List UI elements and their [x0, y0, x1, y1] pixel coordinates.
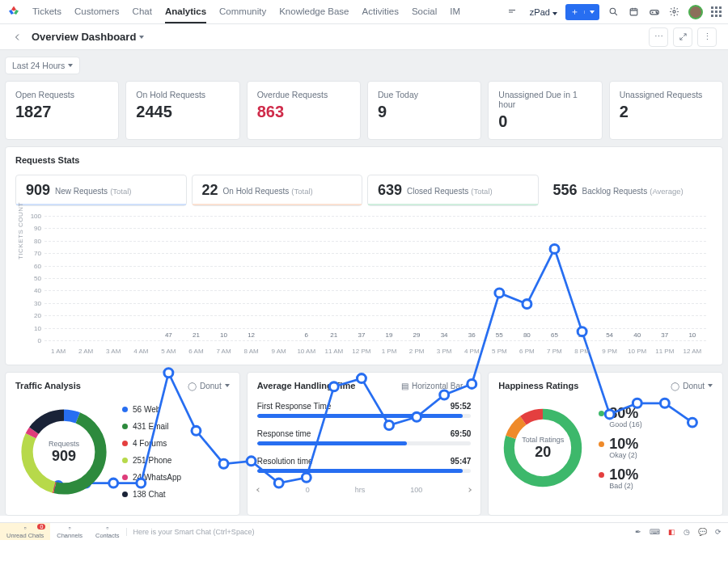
- kpi-card[interactable]: Overdue Requests863: [247, 81, 361, 140]
- bar-slot: [72, 216, 99, 340]
- legend-item[interactable]: 251 Phone: [122, 456, 181, 465]
- happiness-item: 10%Bad (2): [599, 467, 642, 490]
- tenant-switcher[interactable]: zPad: [530, 7, 557, 17]
- nav-tab-customers[interactable]: Customers: [74, 1, 120, 23]
- kpi-row: Open Requests1827On Hold Requests2445Ove…: [5, 81, 723, 140]
- more-tabs-icon[interactable]: [506, 6, 518, 18]
- keyboard-icon[interactable]: ⌨: [650, 528, 660, 536]
- bar-slot: 21: [320, 216, 348, 340]
- stats-segment[interactable]: 909New Requests (Total): [15, 175, 187, 206]
- bottom-tab-unread-chats[interactable]: 0▫Unread Chats: [0, 523, 50, 540]
- legend-item[interactable]: 4 Forums: [122, 439, 181, 448]
- kpi-label: Open Requests: [15, 90, 108, 99]
- kpi-card[interactable]: On Hold Requests2445: [125, 81, 239, 140]
- kpi-card[interactable]: Unassigned Requests2: [609, 81, 723, 140]
- bottom-tab-contacts[interactable]: ▫Contacts: [89, 523, 126, 540]
- nav-tab-im[interactable]: IM: [450, 1, 460, 23]
- handling-row: Response time69:50: [257, 429, 472, 445]
- chat-icon[interactable]: 💬: [698, 528, 707, 536]
- traffic-analysis-panel: Traffic Analysis ◯Donut Requests909 56 W…: [5, 372, 240, 516]
- content-area: Last 24 Hours Open Requests1827On Hold R…: [0, 50, 728, 516]
- bar-slot: 37: [651, 216, 679, 340]
- kpi-label: Unassigned Requests: [620, 90, 713, 99]
- smart-chat-input[interactable]: Here is your Smart Chat (Ctrl+Space): [126, 528, 629, 536]
- page-header: Overview Dashboard ⋯ ⋮: [0, 24, 728, 50]
- nav-tab-tickets[interactable]: Tickets: [32, 1, 61, 23]
- nav-tab-social[interactable]: Social: [412, 1, 437, 23]
- bar-slot: 65: [540, 216, 568, 340]
- nav-tab-knowledge-base[interactable]: Knowledge Base: [279, 1, 349, 23]
- stats-segment[interactable]: 22On Hold Requests (Total): [192, 175, 363, 206]
- expand-icon[interactable]: [673, 27, 692, 47]
- kpi-label: Due Today: [378, 90, 471, 99]
- bookmark-icon[interactable]: ◧: [668, 528, 675, 536]
- traffic-legend: 56 Web431 Email4 Forums251 Phone24 Whats…: [122, 405, 181, 499]
- handling-chart-type[interactable]: ▤Horizontal Bar: [401, 382, 471, 390]
- bar-slot: 10: [679, 216, 706, 340]
- kpi-value: 2445: [136, 103, 229, 121]
- svg-rect-1: [630, 9, 637, 15]
- bar-slot: [265, 216, 293, 340]
- top-navbar: TicketsCustomersChatAnalyticsCommunityKn…: [0, 0, 728, 24]
- bar-slot: [44, 216, 72, 340]
- refresh-icon[interactable]: ⟳: [715, 528, 722, 536]
- donut-icon: ◯: [188, 382, 197, 390]
- history-icon[interactable]: ◷: [684, 528, 690, 536]
- calendar-icon[interactable]: [628, 6, 640, 18]
- happiness-chart-type[interactable]: ◯Donut: [671, 382, 713, 390]
- legend-item[interactable]: 431 Email: [122, 422, 181, 431]
- apps-grid-icon[interactable]: [711, 6, 722, 17]
- bottom-tab-channels[interactable]: ▫Channels: [50, 523, 89, 540]
- bar-slot: 20: [568, 216, 595, 340]
- signature-icon[interactable]: ✒: [635, 528, 641, 536]
- scale-left-icon[interactable]: [256, 487, 261, 492]
- nav-tabs: TicketsCustomersChatAnalyticsCommunityKn…: [32, 1, 495, 23]
- requests-chart: TICKETS COUNT 0102030405060708090100 472…: [15, 211, 713, 357]
- gear-icon[interactable]: [668, 6, 680, 18]
- kpi-value: 1827: [15, 103, 108, 121]
- svg-point-0: [610, 8, 616, 14]
- traffic-title: Traffic Analysis: [15, 381, 81, 390]
- tab-icon: ▫: [106, 524, 108, 532]
- user-avatar[interactable]: [688, 5, 703, 19]
- nav-tab-community[interactable]: Community: [219, 1, 266, 23]
- legend-item[interactable]: 138 Chat: [122, 490, 181, 499]
- requests-stats-segments: 909New Requests (Total)22On Hold Request…: [15, 175, 713, 206]
- bottom-bar: 0▫Unread Chats▫Channels▫Contacts Here is…: [0, 522, 728, 540]
- kpi-label: Unassigned Due in 1 hour: [498, 90, 591, 109]
- kpi-card[interactable]: Due Today9: [367, 81, 481, 140]
- nav-tab-activities[interactable]: Activities: [362, 1, 399, 23]
- happiness-donut: Total Ratings20: [498, 403, 587, 492]
- scale-right-icon[interactable]: [467, 487, 472, 492]
- more-menu-icon[interactable]: ⋯: [649, 27, 668, 47]
- requests-stats-panel: Requests Stats 909New Requests (Total)22…: [5, 146, 723, 365]
- back-icon[interactable]: [11, 31, 23, 43]
- search-icon[interactable]: [607, 6, 620, 18]
- tab-icon: ▫: [24, 524, 27, 532]
- timerange-selector[interactable]: Last 24 Hours: [5, 57, 80, 74]
- add-dropdown-icon[interactable]: [584, 11, 599, 14]
- donut-icon: ◯: [671, 382, 679, 390]
- happiness-panel: Happiness Ratings ◯Donut Total Ratings20…: [488, 372, 723, 516]
- stats-segment[interactable]: 639Closed Requests (Total): [367, 175, 539, 206]
- kebab-menu-icon[interactable]: ⋮: [697, 27, 717, 47]
- stats-segment[interactable]: 556Backlog Requests (Average): [544, 175, 713, 206]
- legend-item[interactable]: 24 WhatsApp: [122, 473, 181, 482]
- gamepad-icon[interactable]: [648, 6, 660, 18]
- bar-slot: 10: [210, 216, 237, 340]
- bar-slot: 36: [458, 216, 485, 340]
- kpi-card[interactable]: Open Requests1827: [5, 81, 119, 140]
- kpi-card[interactable]: Unassigned Due in 1 hour0: [488, 81, 602, 140]
- page-title[interactable]: Overview Dashboard: [32, 31, 144, 43]
- bar-slot: 80: [513, 216, 540, 340]
- legend-item[interactable]: 56 Web: [122, 405, 181, 414]
- nav-tab-analytics[interactable]: Analytics: [165, 1, 206, 23]
- app-logo-icon: [6, 5, 21, 19]
- bar-slot: [127, 216, 154, 340]
- happiness-legend: 80%Good (16)10%Okay (2)10%Bad (2): [599, 406, 642, 490]
- add-button[interactable]: ＋: [565, 4, 599, 20]
- bar-slot: 47: [154, 216, 182, 340]
- svg-point-5: [673, 11, 675, 13]
- traffic-chart-type[interactable]: ◯Donut: [188, 382, 230, 390]
- nav-tab-chat[interactable]: Chat: [133, 1, 152, 23]
